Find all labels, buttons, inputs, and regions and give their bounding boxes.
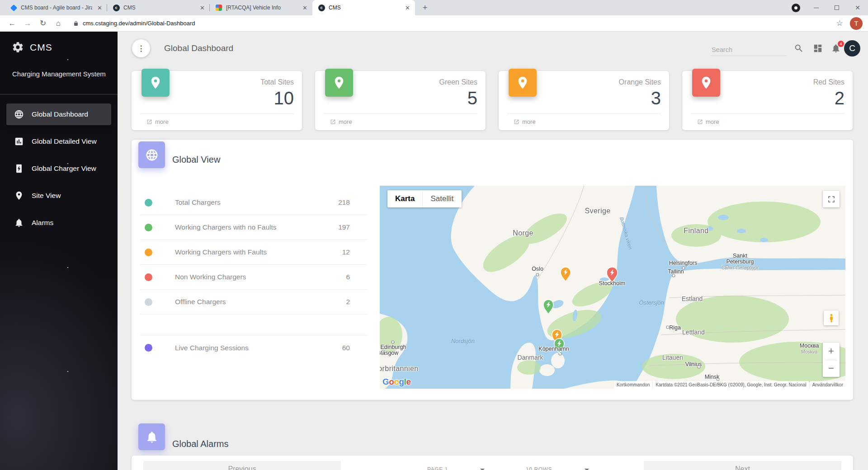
sidebar-item-alarms[interactable]: Alarms [6,212,111,234]
global-alarms-card: Previous PAGE 1 10 ROWS Next [132,456,853,470]
launch-icon [514,119,519,125]
cms-favicon-icon: c [318,4,325,11]
tab-title: CMS board - Agile board - Jira [21,5,92,11]
list-item-total-chargers: Total Chargers 218 [140,190,367,215]
chevron-down-icon [585,469,589,470]
notifications-bell-icon[interactable]: 4 [830,42,842,54]
zoom-in-button[interactable]: + [823,343,840,360]
sidebar-item-label: Alarms [32,219,53,227]
sidebar-menu: Global Dashboard Global Detailed View Gl… [0,94,118,234]
list-item-non-working: Non Working Chargers 6 [140,265,367,290]
zoom-out-button[interactable]: − [823,360,840,377]
user-avatar[interactable]: C [844,40,860,56]
tab-close-icon[interactable]: ✕ [404,5,411,11]
browser-tab-vehicle-info[interactable]: [RTACQA] Vehicle Info ✕ [210,0,312,15]
browser-tab-cms-1[interactable]: c CMS ✕ [107,0,210,15]
map-data-text: Kartdata ©2021 GeoBasis-DE/BKG (©2009), … [653,381,808,389]
cms-favicon-icon: c [113,4,120,11]
sidebar-item-label: Global Detailed View [32,137,97,146]
charger-icon [14,164,24,174]
sidebar-item-global-dashboard[interactable]: Global Dashboard [6,103,111,125]
tab-close-icon[interactable]: ✕ [198,5,206,11]
map-pin-icon [692,69,720,97]
rows-per-page-select[interactable]: 10 ROWS [526,465,589,470]
window-maximize-button[interactable] [826,0,847,15]
window-controls: ✕ [792,0,868,15]
status-dot [145,199,152,207]
bar-chart-icon [14,136,24,146]
browser-tab-jira[interactable]: CMS board - Agile board - Jira ✕ [5,0,107,15]
street-view-pegman-button[interactable] [824,310,839,325]
stat-label: Total Sites [260,78,294,86]
map-fullscreen-button[interactable] [823,191,840,207]
url-text: cms.cstaging.dev/admin/Global-Dashboard [83,20,195,27]
global-alarms-title: Global Alarms [172,439,229,449]
more-link[interactable]: more [514,118,536,125]
launch-icon [330,119,336,125]
app-subtitle: Charging Management System [0,70,118,78]
more-link[interactable]: more [697,118,719,125]
previous-page-button[interactable]: Previous [143,461,341,470]
page-select[interactable]: PAGE 1 [427,465,485,470]
reload-button-icon[interactable]: ↻ [36,17,50,30]
map-pin-icon [325,69,353,97]
sidebar-toggle-button[interactable]: ⋮ [132,39,150,57]
extension-record-icon[interactable] [792,4,800,12]
home-button-icon[interactable]: ⌂ [52,17,65,30]
url-omnibox[interactable]: cms.cstaging.dev/admin/Global-Dashboard [67,20,831,27]
search-input[interactable] [711,43,786,56]
map-pin-icon [142,69,170,97]
next-page-button[interactable]: Next [644,461,841,470]
search-icon[interactable] [793,42,805,54]
globe-icon [14,109,24,119]
browser-tab-cms-active[interactable]: c CMS ✕ [312,0,415,15]
stat-card-red-sites: Red Sites 2 more [682,71,853,130]
browser-profile-avatar[interactable]: T [850,17,863,30]
pegman-icon [826,313,836,323]
sidebar-item-site-view[interactable]: Site View [6,185,111,207]
google-map[interactable]: Norge Sverige Finland Oslo Stockholm Hel… [380,186,845,389]
back-button-icon[interactable]: ← [5,17,19,30]
apps-grid-icon[interactable] [812,42,824,54]
sidebar-item-global-charger-view[interactable]: Global Charger View [6,158,111,179]
app-logo[interactable]: CMS [0,32,118,53]
status-dot [145,344,152,352]
tab-close-icon[interactable]: ✕ [96,5,104,11]
bell-icon [14,218,24,228]
window-close-button[interactable]: ✕ [847,0,868,15]
map-pin-icon [509,69,537,97]
list-item-working-with-faults: Working Chargers with Faults 12 [140,240,367,265]
sidebar-item-label: Global Charger View [32,164,96,173]
fullscreen-icon [827,195,835,203]
more-link[interactable]: more [330,118,352,125]
notification-count-badge: 4 [838,41,844,47]
globe-icon [138,141,165,168]
new-tab-button[interactable]: + [419,1,431,14]
sidebar-item-label: Site View [32,192,61,200]
tab-close-icon[interactable]: ✕ [301,5,309,11]
window-minimize-button[interactable] [806,0,826,15]
stat-label: Green Sites [439,78,477,86]
forward-button-icon[interactable]: → [21,17,34,30]
main-content: ⋮ Global Dashboard 4 C Total Sites 10 mo… [118,32,868,470]
stat-cards-row: Total Sites 10 more Green Sites 5 more [132,71,853,130]
list-item-working-no-faults: Working Chargers with no Faults 197 [140,215,367,240]
stat-label: Red Sites [813,78,844,86]
stat-value: 5 [467,88,477,108]
terms-link[interactable]: Användarvillkor [810,381,845,389]
bookmark-star-icon[interactable]: ☆ [833,17,846,30]
status-dot [145,249,152,256]
sidebar: CMS Charging Management System Global Da… [0,32,118,470]
more-link[interactable]: more [146,118,169,125]
map-attribution: Kortkommandon Kartdata ©2021 GeoBasis-DE… [613,381,845,389]
status-dot [145,273,152,281]
map-type-map-button[interactable]: Karta [387,190,422,207]
global-view-title: Global View [172,155,220,165]
google-logo[interactable]: Google [382,377,410,387]
map-type-satellite-button[interactable]: Satellit [422,190,461,207]
chevron-down-icon [480,469,485,470]
sidebar-item-global-detailed-view[interactable]: Global Detailed View [6,131,111,152]
keyboard-shortcuts-link[interactable]: Kortkommandon [614,381,652,389]
stat-label: Orange Sites [619,78,661,86]
vehicle-favicon-icon [215,4,222,11]
